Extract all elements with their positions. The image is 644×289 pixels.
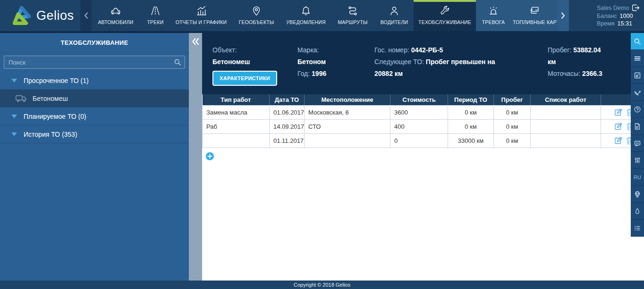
- brand-value: Бетоном: [297, 58, 326, 66]
- nav-tab-geoobjects[interactable]: ГЕООБЪЕКТЫ: [231, 0, 281, 31]
- table-header-row: Тип работ Дата ТО Местоположение Стоимос…: [203, 94, 644, 105]
- toolbar-list-button[interactable]: [631, 220, 644, 237]
- gelios-logo-icon: [11, 5, 31, 26]
- tree-item-vehicle-betonomesh[interactable]: Бетономеш: [0, 90, 189, 107]
- toolbar-search-button[interactable]: [631, 33, 644, 50]
- nav-tab-label: МАРШРУТЫ: [338, 19, 367, 25]
- tree-item-planned-to[interactable]: Планируемое ТО (0): [0, 107, 189, 125]
- cell-work-type: [203, 133, 270, 148]
- road-icon: [149, 5, 161, 17]
- cell-location: СТО: [305, 119, 390, 133]
- brand-logo[interactable]: Gelios: [0, 0, 80, 31]
- bell-icon: [300, 5, 312, 17]
- edit-icon[interactable]: [614, 108, 623, 116]
- nav-tab-automobiles[interactable]: АВТОМОБИЛИ: [92, 0, 140, 31]
- caret-down-icon[interactable]: [11, 115, 17, 118]
- toolbar-droplet-button[interactable]: [631, 203, 644, 220]
- nav-tab-tracks[interactable]: ТРЕКИ: [140, 0, 171, 31]
- column-header-cost[interactable]: Стоимость: [390, 94, 448, 105]
- user-row: Sales Demo: [597, 4, 644, 11]
- nav-tab-reports[interactable]: ОТЧЕТЫ И ГРАФИКИ: [171, 0, 231, 31]
- toolbar-sliders-button[interactable]: [631, 152, 644, 169]
- cell-cost: 0: [390, 133, 448, 148]
- column-header-period[interactable]: Период ТО: [448, 94, 494, 105]
- time-value: 15:31: [618, 20, 632, 27]
- nav-scroll-left-button[interactable]: [80, 0, 92, 31]
- maintenance-sidebar: ТЕХОБСЛУЖИВАНИЕ Просроченное ТО (1) Бето…: [0, 33, 189, 281]
- balance-row: Баланс 1000: [597, 13, 644, 19]
- vehicle-mileage-column: Пробег: 53882.04 км Моточасы: 2366.3: [548, 44, 619, 94]
- document-icon: [634, 123, 641, 130]
- column-header-mileage[interactable]: Пробег: [494, 94, 531, 105]
- chevron-left-icon: [84, 12, 88, 19]
- plate-label: Гос. номер:: [374, 46, 409, 54]
- nav-tab-label: ТРЕВОГА: [482, 19, 505, 25]
- nav-tab-label: ОТЧЕТЫ И ГРАФИКИ: [176, 19, 227, 25]
- nav-tab-maintenance[interactable]: ТЕХОБСЛУЖИВАНИЕ: [414, 0, 476, 31]
- search-icon[interactable]: [174, 58, 181, 66]
- nav-tab-drivers[interactable]: ВОДИТЕЛИ: [375, 0, 414, 31]
- year-label: Год:: [297, 70, 310, 77]
- nav-tab-alarm[interactable]: ТРЕВОГА: [476, 0, 511, 31]
- open-window-icon: [634, 72, 641, 79]
- time-row: Время 15:31: [597, 20, 644, 27]
- toolbar-satellite-button[interactable]: [631, 84, 644, 101]
- toolbar-menu-button[interactable]: [631, 50, 644, 67]
- caret-down-icon[interactable]: [11, 132, 17, 136]
- chat-icon: [634, 140, 641, 147]
- toolbar-help-button[interactable]: [631, 101, 644, 118]
- nav-scroll-right-button[interactable]: [557, 0, 569, 31]
- cell-works: [531, 105, 601, 119]
- hours-value: 2366.3: [582, 70, 602, 77]
- search-icon: [634, 38, 641, 45]
- toolbar-language-button[interactable]: RU: [631, 169, 644, 186]
- add-maintenance-button[interactable]: [206, 152, 214, 160]
- menu-icon: [634, 55, 641, 62]
- nav-tab-fuel-cards[interactable]: ТОПЛИВНЫЕ КАРТЫ: [511, 0, 557, 31]
- cell-work-type: Замена масла: [203, 105, 270, 119]
- nav-tab-notifications[interactable]: УВЕДОМЛЕНИЯ: [281, 0, 330, 31]
- hours-label: Моточасы:: [548, 70, 580, 77]
- sidebar-collapse-button[interactable]: [190, 36, 201, 47]
- toolbar-globe-button[interactable]: [631, 186, 644, 203]
- cell-mileage: 0 км: [494, 105, 531, 119]
- droplet-icon: [634, 207, 641, 215]
- vehicle-brand-column: Марка: Бетоном Год: 1996: [297, 44, 374, 94]
- brand-label: Марка:: [297, 46, 319, 54]
- edit-icon[interactable]: [614, 136, 623, 145]
- tree-item-label: История ТО (353): [24, 131, 77, 138]
- plate-value: 0442-РБ-5: [411, 46, 443, 54]
- person-icon: [388, 5, 400, 17]
- right-toolbar: RU: [631, 33, 644, 237]
- toolbar-document-button[interactable]: [631, 118, 644, 135]
- year-value: 1996: [312, 70, 326, 77]
- sidebar-title: ТЕХОБСЛУЖИВАНИЕ: [0, 33, 189, 52]
- cell-period: 0 км: [448, 119, 494, 133]
- column-header-date[interactable]: Дата ТО: [270, 94, 305, 105]
- column-header-location[interactable]: Местоположение: [305, 94, 390, 105]
- nav-tab-label: ГЕООБЪЕКТЫ: [239, 19, 274, 25]
- cell-date: 01.06.2017: [270, 105, 305, 119]
- nav-tab-label: ТРЕКИ: [147, 19, 163, 25]
- column-header-work-type[interactable]: Тип работ: [203, 94, 270, 105]
- caret-down-icon[interactable]: [11, 79, 17, 83]
- search-input[interactable]: [4, 56, 185, 69]
- double-chevron-left-icon: [191, 38, 200, 45]
- characteristics-button[interactable]: ХАРАКТЕРИСТИКИ: [212, 71, 277, 86]
- sliders-icon: [634, 157, 641, 164]
- chevron-right-icon: [561, 12, 565, 19]
- toolbar-open-window-button[interactable]: [631, 67, 644, 84]
- cell-date: 14.09.2017: [270, 119, 305, 133]
- table-row: Замена масла 01.06.2017 Московская, 6 36…: [203, 105, 644, 119]
- top-navigation-bar: Gelios АВТОМОБИЛИ ТРЕКИ ОТЧЕТЫ И ГРАФИКИ: [0, 0, 644, 31]
- tree-item-overdue-to[interactable]: Просроченное ТО (1): [0, 72, 189, 90]
- logout-icon[interactable]: [632, 4, 639, 11]
- nav-tab-routes[interactable]: МАРШРУТЫ: [330, 0, 375, 31]
- column-header-works[interactable]: Список работ: [531, 94, 601, 105]
- toolbar-chat-button[interactable]: [631, 135, 644, 152]
- edit-icon[interactable]: [614, 122, 623, 131]
- tree-item-history-to[interactable]: История ТО (353): [0, 125, 189, 143]
- cell-mileage: 0 км: [494, 119, 531, 133]
- cell-cost: 400: [390, 119, 448, 133]
- siren-icon: [487, 5, 500, 17]
